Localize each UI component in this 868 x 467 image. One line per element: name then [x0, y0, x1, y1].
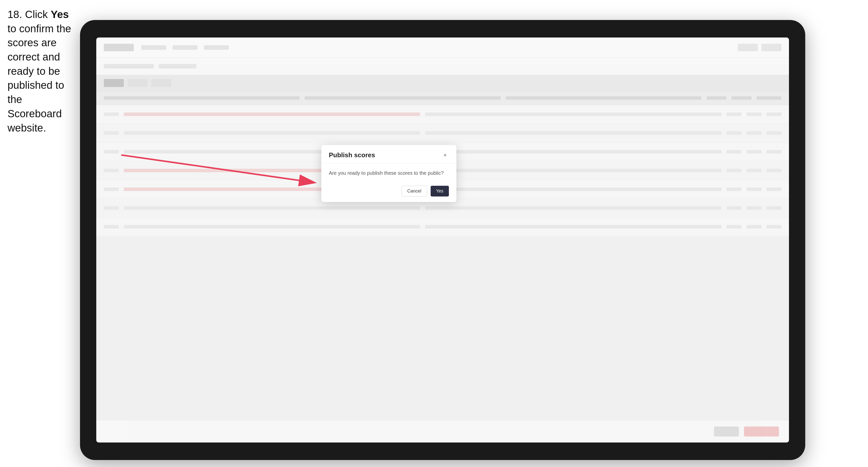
col-header-3 — [506, 96, 702, 100]
step-number: 18. — [7, 8, 22, 20]
cell-2 — [425, 225, 721, 228]
cell-5 — [767, 187, 781, 191]
sub-header — [96, 58, 789, 75]
nav-item-1 — [141, 45, 166, 50]
cell-4 — [746, 206, 762, 210]
nav-right — [738, 44, 781, 51]
nav-btn-1 — [738, 44, 758, 51]
nav-btn-2 — [762, 44, 781, 51]
tablet-screen: Publish scores × Are you ready to publis… — [96, 37, 789, 442]
cell-3 — [726, 225, 741, 228]
toolbar-btn-2 — [151, 79, 171, 87]
cell-3 — [726, 187, 741, 191]
after-text: to confirm the scores are correct and re… — [7, 23, 71, 134]
close-icon: × — [444, 152, 447, 158]
cell-3 — [726, 131, 741, 135]
nav-logo — [104, 44, 134, 51]
cell-name — [124, 225, 420, 228]
modal-close-button[interactable]: × — [441, 152, 449, 159]
modal-header: Publish scores × — [321, 145, 456, 164]
yes-button[interactable]: Yes — [431, 186, 449, 196]
table-area — [96, 75, 789, 420]
breadcrumb-1 — [104, 64, 154, 68]
modal-dialog: Publish scores × Are you ready to publis… — [321, 145, 456, 202]
cell-3 — [726, 206, 741, 210]
toolbar-btn-publish — [104, 79, 124, 87]
cell-3 — [726, 150, 741, 154]
table-row — [96, 218, 789, 236]
cell-num — [104, 169, 119, 172]
instruction-text: 18. Click Yes to confirm the scores are … — [7, 7, 78, 135]
cell-4 — [746, 113, 762, 116]
modal-footer: Cancel Yes — [321, 182, 456, 202]
col-header-4 — [707, 96, 726, 100]
cell-num — [104, 206, 119, 210]
nav-item-2 — [173, 45, 197, 50]
cell-name — [124, 206, 420, 210]
cell-5 — [767, 113, 781, 116]
modal-message: Are you ready to publish these scores to… — [329, 169, 449, 177]
bottom-btn-back — [714, 427, 739, 436]
cell-name — [124, 131, 420, 135]
cell-4 — [746, 225, 762, 228]
cell-5 — [767, 225, 781, 228]
bottom-bar — [96, 420, 789, 442]
table-header — [96, 91, 789, 105]
table-row — [96, 105, 789, 124]
cell-3 — [726, 113, 741, 116]
nav-item-3 — [204, 45, 229, 50]
cancel-button[interactable]: Cancel — [402, 186, 427, 196]
nav-items — [141, 45, 730, 50]
cell-4 — [746, 187, 762, 191]
bottom-btn-publish — [744, 427, 779, 436]
cell-4 — [746, 150, 762, 154]
cell-2 — [425, 169, 721, 172]
tablet-device: Publish scores × Are you ready to publis… — [80, 20, 805, 460]
cell-2 — [425, 150, 721, 154]
cell-2 — [425, 206, 721, 210]
cell-4 — [746, 169, 762, 172]
cell-2 — [425, 131, 721, 135]
col-header-1 — [104, 96, 300, 100]
cell-2 — [425, 187, 721, 191]
cell-4 — [746, 131, 762, 135]
cell-num — [104, 131, 119, 135]
breadcrumb-2 — [159, 64, 196, 68]
modal-body: Are you ready to publish these scores to… — [321, 164, 456, 182]
table-row — [96, 124, 789, 143]
cell-5 — [767, 169, 781, 172]
top-nav — [96, 37, 789, 58]
cell-name — [124, 113, 420, 116]
cell-3 — [726, 169, 741, 172]
table-toolbar — [96, 75, 789, 91]
cell-num — [104, 187, 119, 191]
col-header-6 — [756, 96, 781, 100]
cell-num — [104, 113, 119, 116]
toolbar-btn-1 — [127, 79, 148, 87]
intro-text: Click — [22, 8, 51, 20]
col-header-2 — [305, 96, 500, 100]
cell-num — [104, 225, 119, 228]
cell-2 — [425, 113, 721, 116]
col-header-5 — [732, 96, 751, 100]
cell-5 — [767, 206, 781, 210]
cell-num — [104, 150, 119, 154]
bold-yes: Yes — [51, 8, 69, 20]
modal-title: Publish scores — [329, 151, 375, 159]
cell-5 — [767, 131, 781, 135]
cell-5 — [767, 150, 781, 154]
